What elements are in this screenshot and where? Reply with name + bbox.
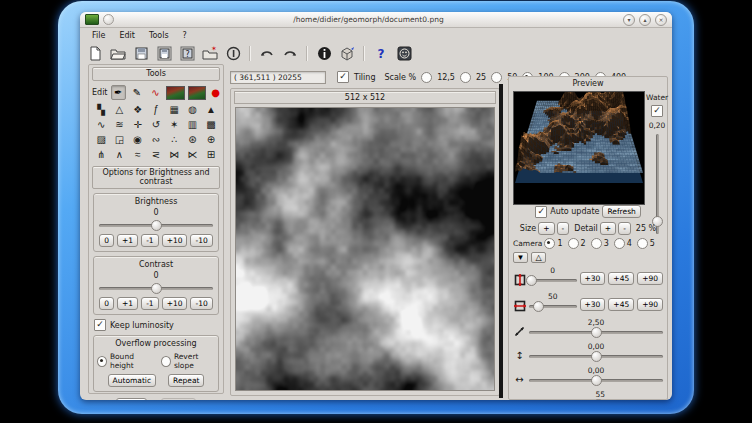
menu-help[interactable]: ? [177,30,193,41]
contrast-0-button[interactable]: 0 [99,297,114,310]
tool-button[interactable]: ↺ [147,117,165,132]
document-info-button[interactable] [314,44,334,64]
brightness-minus1-button[interactable]: -1 [141,234,158,247]
contrast-plus10-button[interactable]: +10 [162,297,188,310]
sticky-button[interactable] [103,14,114,25]
terrain-thumbnail-2[interactable] [188,86,207,100]
titlebar[interactable]: /home/didier/geomorph/document0.png ▾ ▴ … [80,12,672,28]
close-button[interactable]: × [655,14,667,26]
tool-button[interactable]: ❖ [129,102,147,117]
slider-handle[interactable] [591,327,602,338]
brightness-slider[interactable] [99,217,213,231]
about-button[interactable] [394,44,414,64]
tool-button[interactable]: ▨ [92,132,110,147]
contrast-minus1-button[interactable]: -1 [141,297,158,310]
tool-button[interactable]: ⊛ [183,132,201,147]
slider-handle[interactable] [533,301,544,312]
slider-handle[interactable] [591,351,602,362]
camera-4-radio[interactable] [614,238,625,249]
camera-5-radio[interactable] [637,238,648,249]
tool-button[interactable]: ▩ [202,117,220,132]
tool-button[interactable]: ⋜ [147,147,165,162]
automatic-button[interactable]: Automatic [108,374,156,387]
tool-button[interactable]: ✶ [165,117,183,132]
redo-button[interactable] [280,44,300,64]
scale-12-radio[interactable] [421,72,432,83]
new-document-button[interactable] [85,44,105,64]
tool-button[interactable]: ⋉ [183,147,201,162]
help-button[interactable]: ? [371,44,391,64]
transform-3d-button[interactable] [337,44,357,64]
heightfield-canvas[interactable] [235,107,495,391]
tool-button[interactable]: ∧ [110,147,128,162]
open-recent-button[interactable]: ✶ [200,44,220,64]
size-minus-button[interactable]: - [557,222,570,235]
brightness-plus1-button[interactable]: +1 [117,234,138,247]
translate-y-slider[interactable]: 0,00 [529,343,663,364]
angle-slider[interactable]: 55 [537,391,663,400]
draw-tool-button[interactable]: ✒ [111,85,127,100]
slider-handle[interactable] [593,399,604,400]
rotate-x-plus45-button[interactable]: +45 [608,272,634,285]
reset-button[interactable]: Reset [116,398,147,400]
save-button[interactable] [131,44,151,64]
tool-button[interactable]: △ [110,102,128,117]
minimize-button[interactable]: ▾ [623,14,635,26]
menu-edit[interactable]: Edit [113,30,141,41]
contrast-plus1-button[interactable]: +1 [117,297,138,310]
rotate-x-plus90-button[interactable]: +90 [637,272,663,285]
tool-button[interactable]: ✛ [129,117,147,132]
tool-button[interactable]: ∿ [92,117,110,132]
rotate-y-slider[interactable]: 50 [529,293,577,314]
slider-handle[interactable] [591,375,602,386]
undo-button[interactable] [257,44,277,64]
tool-button[interactable]: ◍ [183,102,201,117]
save-copy-button[interactable]: ? [177,44,197,64]
repeat-button[interactable]: Repeat [168,374,204,387]
menu-tools[interactable]: Tools [143,30,175,41]
scale-25-radio[interactable] [460,72,471,83]
save-as-button[interactable] [154,44,174,64]
water-checkbox[interactable]: ✓ [651,105,663,117]
scale-50-radio[interactable] [491,72,502,83]
menu-file[interactable]: File [86,30,111,41]
detail-minus-button[interactable]: - [618,222,631,235]
brightness-plus10-button[interactable]: +10 [162,234,188,247]
slider-handle[interactable] [526,275,537,286]
slider-handle[interactable] [151,283,162,294]
rotate-y-plus30-button[interactable]: +30 [580,298,606,311]
keep-luminosity-row[interactable]: ✓ Keep luminosity [94,319,218,331]
contrast-minus10-button[interactable]: -10 [190,297,212,310]
tool-button[interactable]: ▚ [92,102,110,117]
tool-button[interactable]: ▥ [183,117,201,132]
tool-button[interactable]: ƒ [147,102,165,117]
keep-luminosity-checkbox[interactable]: ✓ [94,319,106,331]
pencil-tool-button[interactable]: ✎ [129,85,145,100]
tool-button[interactable]: ≈ [129,147,147,162]
auto-update-checkbox[interactable]: ✓ [535,206,547,218]
tool-button[interactable]: ∴ [165,132,183,147]
camera-2-radio[interactable] [568,238,579,249]
accept-button[interactable]: Accept [161,398,197,400]
preview-3d-view[interactable] [513,91,645,205]
zoom-slider[interactable]: 2,50 [529,319,663,340]
brightness-minus10-button[interactable]: -10 [190,234,212,247]
wave-tool-button[interactable]: ∿ [148,85,164,100]
raise-up-button[interactable]: △ [531,252,546,263]
rotate-y-plus90-button[interactable]: +90 [637,298,663,311]
tool-button[interactable]: ≋ [110,117,128,132]
record-icon[interactable]: ● [211,87,220,98]
size-plus-button[interactable]: + [538,222,554,235]
bound-height-radio[interactable] [97,356,107,367]
tool-button[interactable]: ⋔ [92,147,110,162]
maximize-button[interactable]: ▴ [639,14,651,26]
tool-button[interactable]: ⊞ [202,147,220,162]
brightness-0-button[interactable]: 0 [99,234,114,247]
heightfield-image[interactable] [236,108,494,390]
contrast-slider[interactable] [99,280,213,294]
tiling-checkbox[interactable]: ✓ [337,71,349,83]
tool-button[interactable]: ▲ [202,102,220,117]
camera-3-radio[interactable] [591,238,602,249]
slider-handle[interactable] [151,220,162,231]
open-file-button[interactable] [108,44,128,64]
